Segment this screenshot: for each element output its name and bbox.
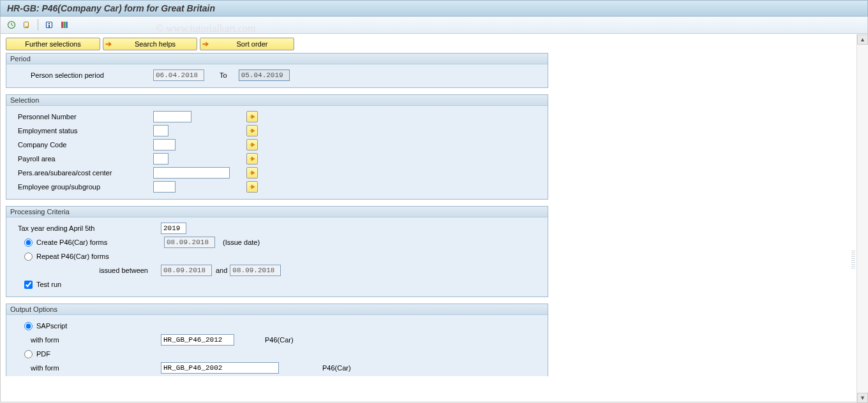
svg-rect-8 [64, 22, 66, 28]
output-heading: Output Options [6, 304, 548, 315]
info-icon[interactable] [43, 19, 55, 31]
scroll-grip-icon[interactable] [851, 251, 855, 270]
test-run-label: Test run [36, 281, 61, 288]
svg-rect-6 [49, 25, 50, 27]
personnel-number-input[interactable] [153, 111, 191, 122]
processing-heading: Processing Criteria [6, 207, 548, 217]
scroll-up-icon[interactable]: ▲ [857, 34, 868, 45]
variant-icon[interactable] [21, 19, 33, 31]
pers-area-label: Pers.area/subarea/cost center [13, 169, 153, 177]
pdf-form-input[interactable] [161, 362, 279, 374]
company-code-label: Company Code [13, 141, 153, 149]
toolbar-separator [38, 19, 38, 31]
multi-select-button[interactable] [246, 111, 258, 122]
with-form-label-2: with form [13, 364, 161, 372]
multi-select-button[interactable] [246, 125, 258, 136]
vertical-scrollbar[interactable]: ▲ ▼ [857, 34, 868, 403]
layout-icon[interactable] [59, 19, 70, 31]
sapscript-desc: P46(Car) [265, 336, 294, 344]
sapscript-form-input[interactable] [161, 334, 234, 346]
issue-date-label: (Issue date) [223, 238, 260, 246]
svg-rect-7 [61, 22, 63, 28]
with-form-label-1: with form [13, 336, 161, 344]
arrow-right-icon: ➔ [103, 40, 114, 48]
employment-status-input[interactable] [153, 125, 168, 136]
arrow-right-icon: ➔ [200, 40, 211, 48]
tax-year-label: Tax year ending April 5th [13, 224, 153, 232]
multi-select-button[interactable] [246, 181, 258, 193]
issued-between-label: issued between [89, 267, 153, 274]
repeat-p46-radio[interactable] [24, 253, 33, 261]
create-p46-label: Create P46(Car) forms [36, 238, 164, 246]
employee-group-input[interactable] [153, 181, 176, 193]
pdf-label: PDF [36, 350, 50, 358]
multi-select-button[interactable] [246, 167, 258, 179]
pdf-desc: P46(Car) [322, 364, 351, 372]
tax-year-input[interactable] [161, 223, 186, 234]
employment-status-label: Employment status [13, 127, 153, 135]
output-group: Output Options SAPscript with form P46(C… [6, 304, 548, 376]
scroll-down-icon[interactable]: ▼ [857, 393, 868, 403]
period-to-label: To [220, 71, 227, 79]
selection-group: Selection Personnel Number Employment st… [6, 94, 548, 200]
pdf-radio[interactable] [24, 350, 33, 358]
sort-order-button[interactable]: ➔ Sort order [200, 38, 294, 50]
svg-rect-5 [49, 23, 50, 24]
company-code-input[interactable] [153, 139, 176, 150]
page-title: HR-GB: P46(Company Car) form for Great B… [7, 3, 215, 13]
person-selection-label: Person selection period [13, 71, 153, 79]
employee-group-label: Employee group/subgroup [13, 183, 153, 191]
multi-select-button[interactable] [246, 153, 258, 165]
content-area: Further selections ➔ Search helps ➔ Sort… [0, 34, 868, 402]
option-buttons-row: Further selections ➔ Search helps ➔ Sort… [6, 38, 862, 50]
execute-icon[interactable] [6, 19, 17, 31]
and-label: and [216, 267, 227, 274]
issued-to-input[interactable] [230, 265, 281, 276]
payroll-area-label: Payroll area [13, 155, 153, 163]
sapscript-label: SAPscript [36, 322, 67, 330]
period-heading: Period [6, 54, 548, 64]
pers-area-input[interactable] [153, 167, 230, 179]
issued-from-input[interactable] [161, 265, 212, 276]
multi-select-button[interactable] [246, 139, 258, 150]
title-bar: HR-GB: P46(Company Car) form for Great B… [0, 0, 868, 17]
test-run-checkbox[interactable] [24, 281, 33, 289]
sapscript-radio[interactable] [24, 322, 33, 330]
processing-group: Processing Criteria Tax year ending Apri… [6, 206, 548, 297]
selection-heading: Selection [6, 95, 548, 106]
period-from-input[interactable] [153, 70, 204, 81]
repeat-p46-label: Repeat P46(Car) forms [36, 253, 109, 260]
svg-line-2 [11, 25, 13, 26]
further-selections-button[interactable]: Further selections [6, 38, 100, 50]
app-toolbar [0, 17, 868, 34]
create-date-input[interactable] [164, 237, 215, 248]
period-group: Period Person selection period To [6, 53, 548, 88]
payroll-area-input[interactable] [153, 153, 168, 165]
period-to-input[interactable] [239, 70, 290, 81]
svg-rect-9 [66, 22, 68, 28]
create-p46-radio[interactable] [24, 238, 33, 247]
personnel-number-label: Personnel Number [13, 113, 153, 121]
search-helps-button[interactable]: ➔ Search helps [103, 38, 197, 50]
